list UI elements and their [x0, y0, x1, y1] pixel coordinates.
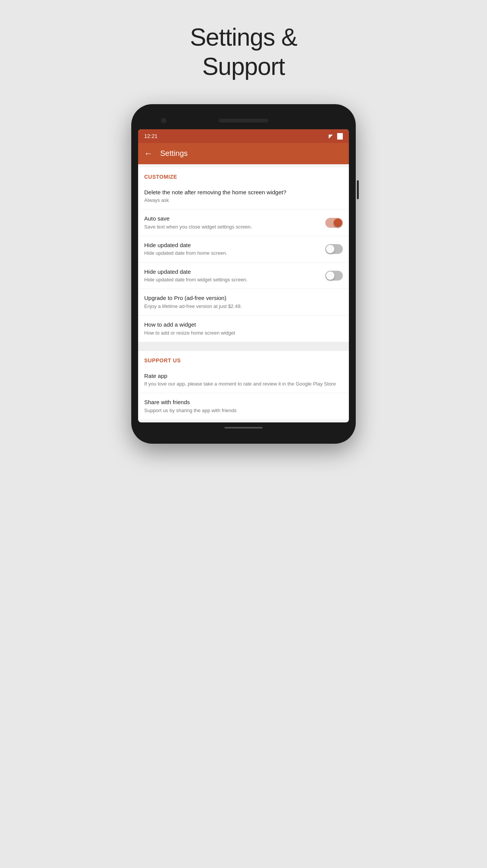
- support-section-title: Support Us: [144, 357, 181, 363]
- phone-frame: 12:21 ◤ ▐█ ← Settings Customize Delete t…: [131, 104, 356, 444]
- auto-save-toggle[interactable]: [325, 218, 343, 228]
- setting-how-to-widget-text: How to add a widget How to add or resize…: [144, 321, 343, 336]
- setting-hide-date-widget[interactable]: Hide updated date Hide updated date from…: [138, 263, 349, 289]
- setting-auto-save-title: Auto save: [144, 215, 321, 222]
- section-divider: [138, 345, 349, 348]
- setting-delete-note-text: Delete the note after removing the home …: [144, 189, 343, 204]
- status-bar: 12:21 ◤ ▐█: [138, 129, 349, 143]
- setting-share-friends-text: Share with friends Support us by sharing…: [144, 398, 343, 414]
- camera-icon: [161, 118, 166, 123]
- setting-share-friends-subtitle: Support us by sharing the app with frien…: [144, 407, 339, 414]
- support-card: Support Us Rate app If you love our app,…: [138, 351, 349, 419]
- setting-auto-save-text: Auto save Save text when you close widge…: [144, 215, 325, 230]
- speaker: [219, 119, 268, 122]
- setting-rate-app-text: Rate app If you love our app, please tak…: [144, 372, 343, 388]
- side-button: [357, 180, 359, 199]
- app-bar-title: Settings: [160, 149, 188, 158]
- setting-auto-save[interactable]: Auto save Save text when you close widge…: [138, 209, 349, 236]
- hide-date-home-toggle-thumb: [326, 245, 334, 253]
- setting-hide-date-home-title: Hide updated date: [144, 241, 321, 249]
- setting-hide-date-widget-title: Hide updated date: [144, 268, 321, 276]
- setting-rate-app[interactable]: Rate app If you love our app, please tak…: [138, 367, 349, 394]
- setting-hide-date-home-subtitle: Hide updated date from home screen.: [144, 250, 321, 257]
- setting-how-to-widget-subtitle: How to add or resize home screen widget: [144, 330, 339, 336]
- setting-how-to-widget-title: How to add a widget: [144, 321, 339, 328]
- setting-rate-app-title: Rate app: [144, 372, 339, 380]
- setting-hide-date-home[interactable]: Hide updated date Hide updated date from…: [138, 236, 349, 263]
- setting-share-friends[interactable]: Share with friends Support us by sharing…: [138, 393, 349, 419]
- setting-hide-date-widget-text: Hide updated date Hide updated date from…: [144, 268, 325, 284]
- setting-upgrade-pro-title: Upgrade to Pro (ad-free version): [144, 294, 339, 302]
- status-time: 12:21: [144, 133, 158, 139]
- setting-rate-app-subtitle: If you love our app, please take a momen…: [144, 381, 339, 387]
- auto-save-toggle-thumb: [334, 219, 342, 227]
- customize-section-title: Customize: [144, 174, 177, 180]
- setting-delete-note-subtitle: Always ask: [144, 197, 339, 204]
- signal-icon: ◤: [329, 133, 333, 139]
- phone-bottom: [138, 422, 349, 428]
- setting-delete-note[interactable]: Delete the note after removing the home …: [138, 183, 349, 210]
- phone-top: [138, 115, 349, 129]
- hide-date-widget-toggle-thumb: [326, 271, 334, 280]
- support-section-header: Support Us: [138, 351, 349, 367]
- hide-date-home-toggle[interactable]: [325, 244, 343, 254]
- back-button[interactable]: ←: [144, 149, 153, 159]
- content-area: Customize Delete the note after removing…: [138, 167, 349, 420]
- setting-hide-date-home-text: Hide updated date Hide updated date from…: [144, 241, 325, 257]
- setting-share-friends-title: Share with friends: [144, 398, 339, 406]
- app-bar: ← Settings: [138, 143, 349, 164]
- hide-date-home-toggle-track: [325, 244, 343, 254]
- setting-upgrade-pro[interactable]: Upgrade to Pro (ad-free version) Enjoy a…: [138, 289, 349, 316]
- page-title: Settings & Support: [190, 23, 297, 81]
- setting-hide-date-widget-subtitle: Hide updated date from widget settings s…: [144, 276, 321, 283]
- setting-auto-save-subtitle: Save text when you close widget settings…: [144, 224, 321, 230]
- setting-upgrade-pro-text: Upgrade to Pro (ad-free version) Enjoy a…: [144, 294, 343, 310]
- customize-section-header: Customize: [138, 167, 349, 183]
- hide-date-widget-toggle[interactable]: [325, 271, 343, 281]
- battery-icon: ▐█: [335, 133, 343, 139]
- setting-delete-note-title: Delete the note after removing the home …: [144, 189, 339, 196]
- hide-date-widget-toggle-track: [325, 271, 343, 281]
- customize-card: Customize Delete the note after removing…: [138, 167, 349, 342]
- status-icons: ◤ ▐█: [329, 133, 343, 139]
- phone-screen: 12:21 ◤ ▐█ ← Settings Customize Delete t…: [138, 129, 349, 423]
- home-indicator: [224, 427, 263, 428]
- auto-save-toggle-track: [325, 218, 343, 228]
- setting-upgrade-pro-subtitle: Enjoy a lifetime ad-free version at just…: [144, 303, 339, 310]
- setting-how-to-widget[interactable]: How to add a widget How to add or resize…: [138, 316, 349, 342]
